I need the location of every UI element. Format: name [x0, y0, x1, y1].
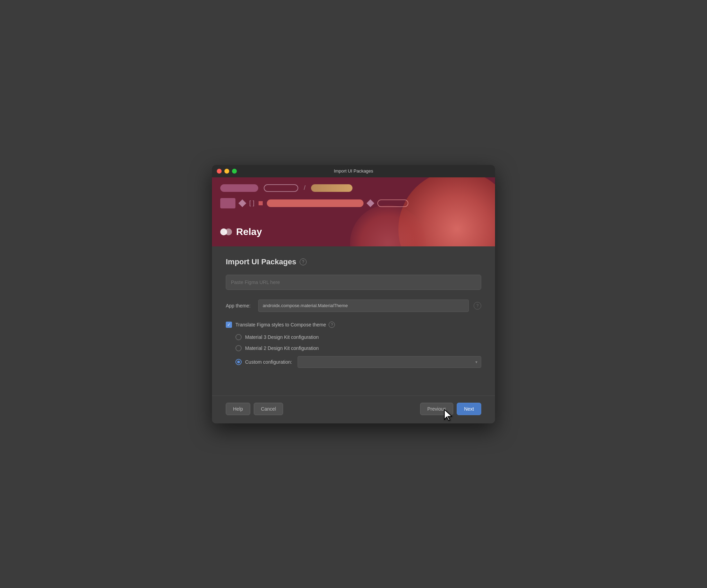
- banner-rect: [220, 198, 235, 208]
- page-title-help-icon[interactable]: ?: [300, 258, 307, 265]
- figma-url-input[interactable]: [226, 275, 481, 290]
- relay-logo-icon: [220, 226, 233, 238]
- banner-bracket: [ ]: [249, 199, 254, 207]
- custom-config-container: ▼: [298, 356, 481, 368]
- dropdown-arrow-icon: ▼: [475, 360, 478, 364]
- radio-custom-row: Custom configuration: ▼: [235, 356, 481, 368]
- content-wrapper: Import UI Packages ? App theme: ? ✓ Tran…: [212, 246, 495, 423]
- banner-square: [259, 201, 263, 205]
- app-theme-help-icon[interactable]: ?: [474, 302, 481, 310]
- custom-config-dropdown[interactable]: ▼: [298, 356, 481, 368]
- translate-checkbox[interactable]: ✓: [226, 322, 232, 328]
- radio-material3-label: Material 3 Design Kit configuration: [245, 334, 319, 340]
- next-button[interactable]: Next: [457, 403, 481, 415]
- banner-diamond-2: [367, 199, 375, 207]
- cancel-button[interactable]: Cancel: [254, 403, 283, 415]
- translate-label: Translate Figma styles to Compose theme …: [235, 322, 335, 328]
- app-theme-row: App theme: ?: [226, 300, 481, 312]
- radio-material3[interactable]: [235, 334, 242, 340]
- app-theme-label: App theme:: [226, 303, 253, 308]
- banner: / [ ] Relay: [212, 177, 495, 246]
- radio-custom[interactable]: [235, 359, 242, 365]
- banner-pill-2: [264, 184, 298, 192]
- page-title-row: Import UI Packages ?: [226, 257, 481, 266]
- relay-logo: Relay: [220, 226, 262, 238]
- app-theme-input[interactable]: [258, 300, 469, 312]
- banner-row-2: [ ]: [220, 198, 487, 208]
- minimize-button[interactable]: [224, 169, 229, 174]
- footer: Help Cancel Previous Next: [212, 395, 495, 423]
- radio-material3-row: Material 3 Design Kit configuration: [235, 334, 481, 340]
- banner-pill-1: [220, 184, 258, 192]
- footer-left: Help Cancel: [226, 403, 283, 415]
- banner-diamond-1: [239, 199, 246, 207]
- main-window: Import UI Packages / [ ]: [212, 165, 495, 423]
- radio-material2-label: Material 2 Design Kit configuration: [245, 345, 319, 351]
- window-controls: [217, 169, 237, 174]
- translate-checkbox-row: ✓ Translate Figma styles to Compose them…: [226, 322, 481, 328]
- banner-pill-gradient: [311, 184, 352, 192]
- checkmark-icon: ✓: [227, 323, 231, 327]
- radio-material2-row: Material 2 Design Kit configuration: [235, 345, 481, 351]
- radio-material2[interactable]: [235, 345, 242, 351]
- svg-point-1: [225, 228, 232, 235]
- banner-pill-outline-pink: [377, 199, 408, 207]
- window-title: Import UI Packages: [334, 168, 373, 174]
- page-title: Import UI Packages: [226, 257, 296, 266]
- footer-right: Previous Next: [420, 403, 481, 415]
- banner-row-1: /: [220, 184, 487, 192]
- radio-group: Material 3 Design Kit configuration Mate…: [235, 334, 481, 368]
- relay-logo-text: Relay: [236, 226, 262, 237]
- radio-custom-label: Custom configuration:: [245, 359, 292, 365]
- banner-pill-pink: [267, 199, 364, 207]
- translate-help-icon[interactable]: ?: [329, 322, 335, 328]
- banner-slash: /: [304, 184, 306, 192]
- close-button[interactable]: [217, 169, 222, 174]
- title-bar: Import UI Packages: [212, 165, 495, 177]
- content-area: Import UI Packages ? App theme: ? ✓ Tran…: [212, 246, 495, 375]
- help-button[interactable]: Help: [226, 403, 250, 415]
- previous-button[interactable]: Previous: [420, 403, 453, 415]
- maximize-button[interactable]: [232, 169, 237, 174]
